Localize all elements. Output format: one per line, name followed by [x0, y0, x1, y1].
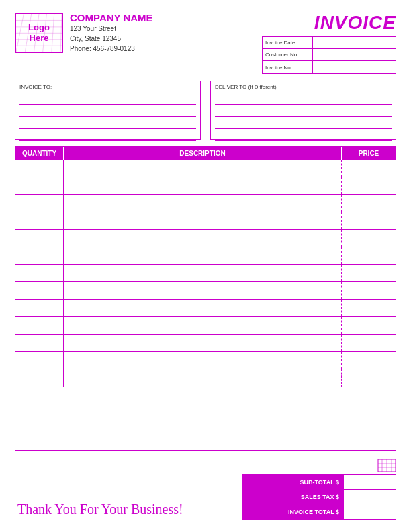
deliver-to-line-4[interactable] [215, 130, 392, 141]
table-row [15, 335, 396, 352]
table-cell-qty-12[interactable] [15, 369, 64, 387]
logo-box: Logo Here [15, 13, 63, 53]
salestax-value[interactable] [343, 490, 396, 504]
invoice-to-label: INVOICE TO: [19, 84, 196, 90]
table-cell-desc-12[interactable] [64, 369, 342, 387]
table-cell-desc-1[interactable] [64, 177, 342, 194]
table-row [15, 230, 396, 247]
table-cell-qty-0[interactable] [15, 160, 64, 177]
table-row [15, 247, 396, 265]
invoice-to-line-4[interactable] [19, 130, 196, 141]
table-cell-qty-7[interactable] [15, 282, 64, 299]
table-row [15, 300, 396, 317]
invoice-to-box: INVOICE TO: [15, 81, 201, 140]
table-cell-desc-5[interactable] [64, 247, 342, 264]
table-cell-price-12[interactable] [342, 369, 396, 387]
table-cell-desc-11[interactable] [64, 352, 342, 369]
table-cell-desc-9[interactable] [64, 317, 342, 334]
company-street: 123 Your Street [70, 24, 153, 34]
invoicetotal-row: INVOICE TOTAL $ [242, 504, 396, 519]
table-cell-qty-2[interactable] [15, 195, 64, 212]
invoice-date-input[interactable] [313, 37, 396, 48]
table-cell-qty-4[interactable] [15, 230, 64, 247]
table-row [15, 282, 396, 300]
table-cell-qty-5[interactable] [15, 247, 64, 264]
deliver-to-lines [215, 93, 392, 141]
invoice-no-input[interactable] [313, 61, 396, 73]
table-cell-qty-6[interactable] [15, 265, 64, 281]
logo-text: Logo Here [28, 22, 50, 43]
table-cell-desc-4[interactable] [64, 230, 342, 247]
deliver-to-line-3[interactable] [215, 118, 392, 129]
invoice-to-line-2[interactable] [19, 106, 196, 117]
footer-section: Thank You For Your Business! SUB-TOTAL $ [15, 459, 396, 520]
col-quantity-header: QUANTITY [15, 147, 64, 160]
deliver-to-box: DELIVER TO (If Different): [210, 81, 396, 140]
invoice-fields: Invoice Date Customer No. Invoice No. [262, 36, 396, 74]
deliver-to-line-1[interactable] [215, 94, 392, 105]
header-section: Logo Here COMPANY NAME 123 Your Street C… [15, 12, 396, 74]
salestax-label: SALES TAX $ [242, 490, 343, 504]
totals-table: SUB-TOTAL $ SALES TAX $ INVOICE TOTAL $ [242, 474, 396, 520]
invoice-to-line-1[interactable] [19, 94, 196, 105]
company-name: COMPANY NAME [70, 12, 153, 24]
deliver-to-label: DELIVER TO (If Different): [215, 84, 392, 90]
col-description-header: DESCRIPTION [64, 147, 342, 160]
table-cell-desc-6[interactable] [64, 265, 342, 281]
table-cell-desc-3[interactable] [64, 212, 342, 229]
table-cell-desc-10[interactable] [64, 335, 342, 351]
salestax-row: SALES TAX $ [242, 490, 396, 504]
invoice-title: INVOICE [314, 12, 396, 34]
table-row [15, 265, 396, 282]
customer-no-label: Customer No. [263, 49, 313, 60]
table-cell-qty-8[interactable] [15, 300, 64, 316]
totals-area: SUB-TOTAL $ SALES TAX $ INVOICE TOTAL $ [242, 459, 396, 520]
deliver-to-line-2[interactable] [215, 106, 392, 117]
table-cell-price-4[interactable] [342, 230, 396, 247]
table-cell-qty-1[interactable] [15, 177, 64, 194]
invoicetotal-label: INVOICE TOTAL $ [242, 504, 343, 519]
header-right: INVOICE Invoice Date Customer No. Invoic… [262, 12, 396, 74]
invoice-no-row: Invoice No. [263, 61, 396, 73]
table-cell-price-2[interactable] [342, 195, 396, 212]
subtotal-value[interactable] [343, 475, 396, 489]
table-row [15, 160, 396, 177]
table-cell-price-8[interactable] [342, 300, 396, 316]
header-left: Logo Here COMPANY NAME 123 Your Street C… [15, 12, 153, 54]
table-cell-qty-10[interactable] [15, 335, 64, 351]
invoice-date-label: Invoice Date [263, 37, 313, 48]
table-cell-desc-8[interactable] [64, 300, 342, 316]
table-cell-desc-7[interactable] [64, 282, 342, 299]
company-info: COMPANY NAME 123 Your Street City, State… [70, 12, 153, 54]
table-cell-price-5[interactable] [342, 247, 396, 264]
invoicetotal-value[interactable] [343, 504, 396, 519]
invoice-to-line-3[interactable] [19, 118, 196, 129]
table-row [15, 177, 396, 195]
address-section: INVOICE TO: DELIVER TO (If Different): [15, 81, 396, 140]
table-row [15, 212, 396, 230]
table-cell-desc-2[interactable] [64, 195, 342, 212]
table-cell-price-9[interactable] [342, 317, 396, 334]
subtotal-row: SUB-TOTAL $ [242, 475, 396, 490]
table-body [15, 160, 396, 387]
col-price-header: PRICE [342, 147, 396, 160]
invoice-no-label: Invoice No. [263, 61, 313, 73]
table-cell-price-0[interactable] [342, 160, 396, 177]
customer-no-input[interactable] [313, 49, 396, 60]
company-phone: Phone: 456-789-0123 [70, 44, 153, 54]
table-cell-qty-3[interactable] [15, 212, 64, 229]
company-citystatezip: City, State 12345 [70, 34, 153, 44]
table-cell-price-10[interactable] [342, 335, 396, 351]
table-cell-price-7[interactable] [342, 282, 396, 299]
table-row [15, 195, 396, 212]
table-cell-price-11[interactable] [342, 352, 396, 369]
table-cell-desc-0[interactable] [64, 160, 342, 177]
table-cell-qty-11[interactable] [15, 352, 64, 369]
table-row [15, 369, 396, 387]
table-row [15, 352, 396, 369]
subtotal-label: SUB-TOTAL $ [242, 475, 343, 489]
table-cell-qty-9[interactable] [15, 317, 64, 334]
table-cell-price-1[interactable] [342, 177, 396, 194]
table-cell-price-6[interactable] [342, 265, 396, 281]
table-cell-price-3[interactable] [342, 212, 396, 229]
